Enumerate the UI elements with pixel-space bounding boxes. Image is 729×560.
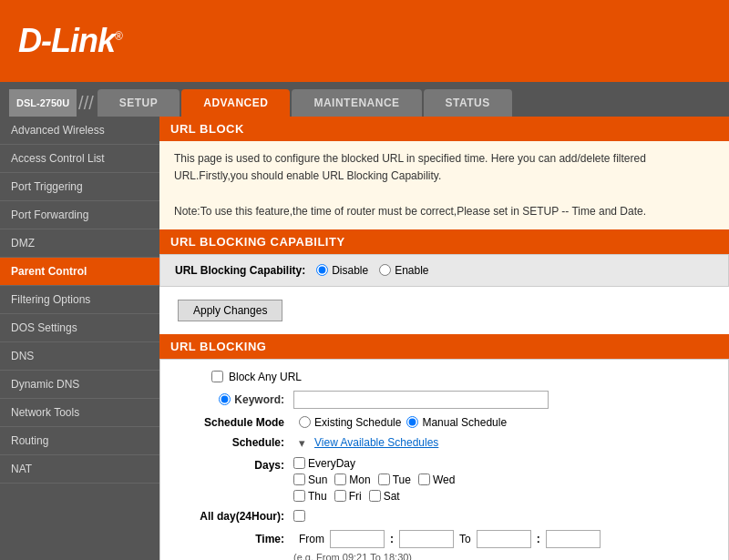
enable-radio[interactable] [379, 264, 391, 276]
wed-checkbox[interactable] [418, 473, 430, 485]
fri-label: Fri [349, 490, 362, 503]
block-any-url-label: Block Any URL [229, 371, 302, 383]
enable-label: Enable [395, 264, 428, 277]
allday-checkbox[interactable] [293, 510, 305, 522]
time-to-minutes[interactable] [546, 530, 601, 548]
tab-maintenance[interactable]: MAINTENANCE [292, 89, 421, 117]
sidebar-item-nat[interactable]: NAT [0, 455, 159, 484]
capability-label: URL Blocking Capability: [175, 264, 305, 277]
manual-schedule-radio[interactable] [406, 416, 418, 428]
model-label: DSL-2750U [16, 97, 69, 108]
sidebar-item-parent-control[interactable]: Parent Control [0, 258, 159, 286]
everyday-line: EveryDay [293, 457, 455, 470]
sun-checkbox-label[interactable]: Sun [293, 473, 327, 486]
sidebar: Advanced Wireless Access Control List Po… [0, 117, 159, 560]
time-hint: (e.g. From 09:21 To 18:30) [293, 552, 714, 560]
mon-checkbox-label[interactable]: Mon [334, 473, 370, 486]
sidebar-item-port-forwarding[interactable]: Port Forwarding [0, 201, 159, 229]
schedule-mode-row: Schedule Mode Existing Schedule Manual S… [175, 416, 714, 429]
url-blocking-form: Block Any URL Keyword: Schedule Mode Exi… [159, 359, 729, 560]
schedule-row: Schedule: ▾ View Available Schedules [175, 436, 714, 450]
wed-checkbox-label[interactable]: Wed [418, 473, 455, 486]
existing-schedule-radio[interactable] [299, 416, 311, 428]
time-row: Time: From : To : [175, 530, 714, 548]
keyword-input[interactable] [293, 391, 549, 409]
sat-label: Sat [384, 490, 400, 503]
sidebar-item-access-control-list[interactable]: Access Control List [0, 145, 159, 173]
url-blocking-header: URL BLOCKING [159, 334, 729, 359]
apply-changes-container: Apply Changes [159, 287, 729, 334]
disable-radio[interactable] [316, 264, 328, 276]
thu-label: Thu [308, 490, 327, 503]
sidebar-item-dns[interactable]: DNS [0, 342, 159, 371]
content-area: URL BLOCK This page is used to configure… [159, 117, 729, 560]
schedule-field-label: Schedule: [175, 436, 293, 449]
wed-label: Wed [433, 473, 455, 486]
model-badge: DSL-2750U [9, 89, 77, 117]
days-checkboxes: EveryDay Sun Mon [293, 457, 455, 503]
capability-row: URL Blocking Capability: Disable Enable [160, 255, 728, 286]
tue-checkbox[interactable] [378, 473, 390, 485]
block-any-url-checkbox[interactable] [211, 371, 223, 382]
fri-checkbox[interactable] [334, 490, 346, 502]
time-to-hours[interactable] [477, 530, 531, 548]
mon-checkbox[interactable] [334, 473, 346, 485]
info-line1: This page is used to configure the block… [174, 150, 714, 168]
sidebar-item-routing[interactable]: Routing [0, 427, 159, 455]
sat-checkbox-label[interactable]: Sat [369, 490, 400, 503]
sidebar-item-advanced-wireless[interactable]: Advanced Wireless [0, 117, 159, 145]
mon-label: Mon [349, 473, 370, 486]
tab-status[interactable]: STATUS [424, 89, 512, 117]
days-row: Days: EveryDay Sun [175, 457, 714, 503]
dropdown-icon: ▾ [299, 436, 305, 450]
nav-bar: DSL-2750U /// SETUP ADVANCED MAINTENANCE… [0, 82, 729, 117]
everyday-checkbox[interactable] [293, 457, 305, 469]
info-box: This page is used to configure the block… [159, 141, 729, 229]
info-line3: Note:To use this feature,the time of rou… [174, 203, 714, 220]
sat-checkbox[interactable] [369, 490, 381, 502]
manual-schedule-text: Manual Schedule [422, 416, 507, 429]
logo-link: Link [51, 22, 115, 59]
time-label: Time: [175, 533, 293, 545]
disable-label: Disable [332, 264, 368, 277]
weekdays-line1: Sun Mon Tue Wed [293, 473, 455, 486]
time-from-minutes[interactable] [399, 530, 454, 548]
tab-advanced[interactable]: ADVANCED [181, 89, 290, 117]
thu-checkbox[interactable] [293, 490, 305, 502]
fri-checkbox-label[interactable]: Fri [334, 490, 362, 503]
logo: D-Link® [18, 22, 122, 60]
slash-decoration: /// [78, 89, 94, 117]
allday-row: All day(24Hour): [175, 510, 714, 523]
apply-changes-button[interactable]: Apply Changes [178, 300, 282, 321]
logo-trademark: ® [115, 30, 122, 43]
tab-setup[interactable]: SETUP [98, 89, 180, 117]
existing-schedule-label[interactable]: Existing Schedule [299, 416, 401, 429]
disable-radio-label[interactable]: Disable [316, 264, 368, 277]
time-from-hours[interactable] [330, 530, 385, 548]
enable-radio-label[interactable]: Enable [379, 264, 428, 277]
days-label: Days: [175, 457, 293, 472]
sun-label: Sun [308, 473, 327, 486]
sidebar-item-dmz[interactable]: DMZ [0, 229, 159, 258]
view-schedules-link[interactable]: View Available Schedules [314, 436, 438, 449]
sidebar-item-dos-settings[interactable]: DOS Settings [0, 314, 159, 342]
sidebar-item-dynamic-dns[interactable]: Dynamic DNS [0, 371, 159, 399]
colon2: : [537, 533, 540, 545]
sidebar-item-port-triggering[interactable]: Port Triggering [0, 173, 159, 201]
everyday-label: EveryDay [308, 457, 355, 470]
allday-label: All day(24Hour): [175, 510, 293, 523]
block-any-url-row: Block Any URL [211, 371, 714, 383]
keyword-radio[interactable] [219, 393, 231, 405]
schedule-mode-label: Schedule Mode [175, 416, 293, 429]
everyday-checkbox-label[interactable]: EveryDay [293, 457, 355, 470]
to-label: To [459, 533, 471, 545]
sidebar-item-network-tools[interactable]: Network Tools [0, 399, 159, 427]
tue-checkbox-label[interactable]: Tue [378, 473, 411, 486]
sidebar-item-filtering-options[interactable]: Filtering Options [0, 286, 159, 314]
thu-checkbox-label[interactable]: Thu [293, 490, 327, 503]
sun-checkbox[interactable] [293, 473, 305, 485]
url-block-header: URL BLOCK [159, 117, 729, 141]
keyword-row: Keyword: [175, 391, 714, 409]
manual-schedule-label[interactable]: Manual Schedule [406, 416, 507, 429]
capability-section: URL Blocking Capability: Disable Enable [159, 254, 729, 287]
